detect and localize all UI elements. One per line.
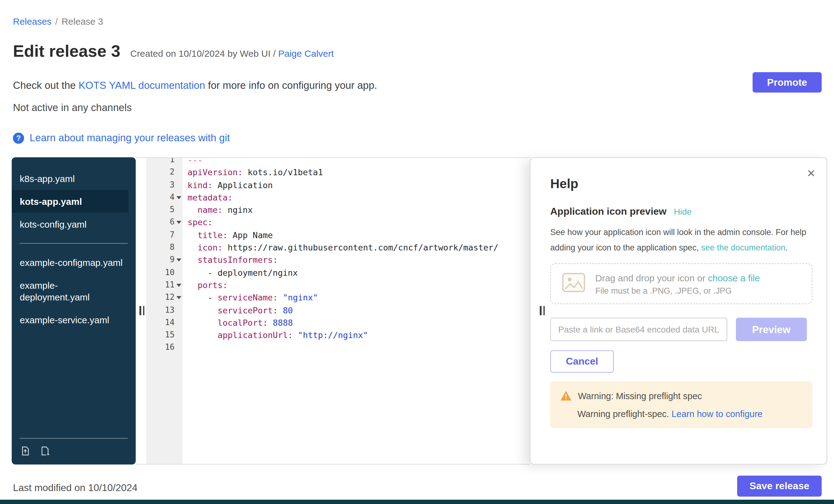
code-line-16[interactable]: [188, 342, 530, 354]
file-item-k8s-app.yaml[interactable]: k8s-app.yaml: [12, 167, 136, 190]
help-description: See how your application icon will look …: [550, 224, 812, 256]
title-row: Edit release 3 Created on 10/10/2024 by …: [13, 42, 334, 61]
editor-gutter: 12345678910111213141516: [146, 158, 182, 464]
save-release-button[interactable]: Save release: [737, 476, 822, 497]
gutter-line-13: 13: [146, 304, 182, 316]
code-line-14[interactable]: localPort: 8888: [188, 316, 530, 329]
gutter-line-4: 4: [146, 191, 182, 204]
warning-icon: [560, 391, 572, 401]
gutter-line-1: 1: [146, 158, 182, 166]
question-mark-icon[interactable]: ?: [13, 132, 24, 144]
file-item-example-service.yaml[interactable]: example-service.yaml: [12, 308, 136, 331]
gutter-line-2: 2: [146, 166, 182, 179]
fold-arrow-icon[interactable]: [176, 196, 181, 199]
yaml-editor[interactable]: 12345678910111213141516 ---apiVersion: k…: [136, 157, 530, 464]
code-line-2[interactable]: apiVersion: kots.io/v1beta1: [188, 166, 530, 179]
code-line-13[interactable]: servicePort: 80: [188, 304, 530, 316]
file-item-kots-app.yaml[interactable]: kots-app.yaml: [12, 190, 128, 213]
code-line-6[interactable]: spec:: [188, 216, 530, 229]
sidebar-actions: [12, 431, 136, 464]
new-file-icon[interactable]: [40, 445, 50, 457]
sidebar-divider: [20, 438, 128, 439]
icon-preview-section-header: Application icon preview Hide: [550, 206, 807, 217]
channel-status: Not active in any channels: [13, 102, 132, 113]
gutter-line-6: 6: [146, 216, 182, 229]
code-line-12[interactable]: - serviceName: "nginx": [188, 291, 530, 304]
see-documentation-link[interactable]: see the documentation: [701, 243, 785, 252]
warning-text: Warning preflight-spec.: [577, 409, 672, 419]
code-line-3[interactable]: kind: Application: [188, 179, 530, 191]
close-icon[interactable]: ✕: [807, 167, 816, 180]
upload-file-icon[interactable]: [20, 445, 31, 457]
code-line-7[interactable]: title: App Name: [188, 229, 530, 242]
help-panel: ✕ Help Application icon preview Hide See…: [530, 157, 827, 464]
breadcrumb: Releases/Release 3: [13, 16, 103, 26]
gutter-line-9: 9: [146, 254, 182, 266]
breadcrumb-releases-link[interactable]: Releases: [13, 16, 51, 26]
gutter-line-12: 12: [146, 291, 182, 304]
gutter-line-7: 7: [146, 229, 182, 242]
code-line-4[interactable]: metadata:: [188, 191, 530, 204]
code-line-10[interactable]: - deployment/nginx: [188, 266, 530, 279]
file-item-kots-config.yaml[interactable]: kots-config.yaml: [12, 213, 136, 236]
author-link[interactable]: Paige Calvert: [278, 48, 334, 59]
code-line-11[interactable]: ports:: [188, 279, 530, 291]
gutter-line-15: 15: [146, 329, 182, 342]
kots-doc-link[interactable]: KOTS YAML documentation: [79, 80, 205, 91]
code-line-5[interactable]: name: nginx: [188, 203, 530, 216]
editor-gutter-lines: 12345678910111213141516: [146, 158, 182, 354]
warning-title: Warning: Missing preflight spec: [578, 391, 702, 401]
doc-note-suffix: for more info on configuring your app.: [205, 80, 377, 91]
bottom-bar: [0, 500, 834, 504]
gutter-line-11: 11: [146, 279, 182, 291]
code-line-1[interactable]: ---: [188, 158, 530, 166]
editor-code[interactable]: ---apiVersion: kots.io/v1beta1kind: Appl…: [182, 158, 530, 464]
code-line-15[interactable]: applicationUrl: "http://nginx": [188, 329, 530, 342]
choose-file-link[interactable]: choose a file: [708, 272, 760, 283]
gutter-line-14: 14: [146, 316, 182, 329]
doc-note: Check out the KOTS YAML documentation fo…: [13, 80, 377, 91]
code-line-8[interactable]: icon: https://raw.githubusercontent.com/…: [188, 241, 530, 254]
preview-button[interactable]: Preview: [736, 318, 807, 341]
icon-dropzone[interactable]: Drag and drop your icon or choose a file…: [550, 263, 812, 304]
code-line-9[interactable]: statusInformers:: [188, 254, 530, 266]
breadcrumb-separator: /: [55, 16, 58, 26]
gutter-line-3: 3: [146, 179, 182, 191]
gutter-line-8: 8: [146, 241, 182, 254]
configure-preflight-link[interactable]: Learn how to configure: [672, 409, 763, 419]
release-editor-workspace: k8s-app.yamlkots-app.yamlkots-config.yam…: [12, 157, 827, 464]
help-description-suffix: .: [786, 243, 788, 252]
page-title: Edit release 3: [13, 42, 120, 61]
cancel-button[interactable]: Cancel: [550, 350, 614, 373]
git-help-row: ? Learn about managing your releases wit…: [13, 132, 230, 144]
editor-code-lines: ---apiVersion: kots.io/v1beta1kind: Appl…: [182, 158, 530, 354]
fold-arrow-icon[interactable]: [176, 284, 181, 287]
file-sidebar: k8s-app.yamlkots-app.yamlkots-config.yam…: [12, 157, 136, 464]
image-placeholder-icon: [562, 273, 586, 295]
edit-release-page: Releases/Release 3 Edit release 3 Create…: [0, 0, 834, 504]
git-releases-link[interactable]: Learn about managing your releases with …: [29, 132, 230, 144]
file-item-example-deployment.yaml[interactable]: example-deployment.yaml: [12, 274, 136, 308]
icon-url-input[interactable]: [550, 318, 727, 341]
resize-handle-left[interactable]: [139, 306, 144, 315]
dropzone-instruction: Drag and drop your icon or: [595, 272, 708, 283]
icon-preview-title: Application icon preview: [550, 206, 666, 217]
breadcrumb-current: Release 3: [61, 16, 103, 26]
fold-arrow-icon[interactable]: [176, 221, 181, 224]
promote-button[interactable]: Promote: [752, 72, 822, 92]
gutter-line-10: 10: [146, 266, 182, 279]
gutter-line-5: 5: [146, 203, 182, 216]
file-group-divider: [20, 243, 128, 244]
created-info: Created on 10/10/2024 by Web UI / Paige …: [130, 48, 334, 59]
fold-arrow-icon[interactable]: [176, 259, 181, 262]
help-title: Help: [550, 176, 807, 191]
resize-handle-right[interactable]: [540, 306, 545, 315]
hide-link[interactable]: Hide: [674, 207, 692, 217]
fold-arrow-icon[interactable]: [176, 297, 181, 300]
file-item-example-configmap.yaml[interactable]: example-configmap.yaml: [12, 251, 136, 274]
gutter-line-16: 16: [146, 342, 182, 354]
file-list: k8s-app.yamlkots-app.yamlkots-config.yam…: [12, 157, 136, 331]
doc-note-prefix: Check out the: [13, 80, 79, 91]
icon-url-row: Preview: [550, 318, 807, 341]
file-requirements: File must be a .PNG, .JPEG, or .JPG: [595, 286, 760, 295]
